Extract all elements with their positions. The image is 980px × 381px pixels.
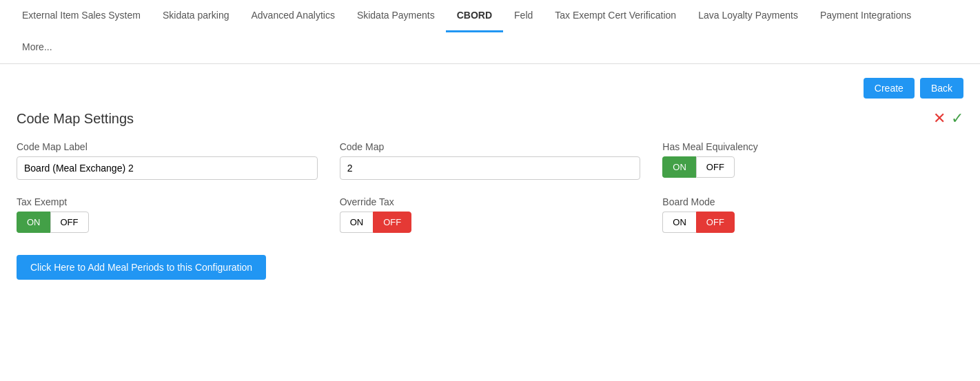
board-mode-toggle: ON OFF [662,212,963,233]
code-map-label-input[interactable] [17,156,318,180]
tax-exempt-group: Tax Exempt ON OFF [17,196,318,233]
tab-more[interactable]: More... [11,32,63,64]
tax-exempt-label: Tax Exempt [17,196,318,207]
tab-skidata-payments[interactable]: Skidata Payments [346,0,446,32]
section-header: Code Map Settings ✕ ✓ [17,110,963,127]
override-tax-label: Override Tax [340,196,641,207]
override-tax-toggle: ON OFF [340,212,641,233]
board-mode-on[interactable]: ON [662,212,696,233]
code-map-label-group: Code Map Label [17,141,318,180]
tab-advanced-analytics[interactable]: Advanced Analytics [240,0,345,32]
form-grid-row1: Code Map Label Code Map Has Meal Equival… [17,141,963,180]
form-grid-row2: Tax Exempt ON OFF Override Tax ON OFF Bo… [17,196,963,233]
main-content: Create Back Code Map Settings ✕ ✓ Code M… [0,64,980,294]
tab-payment-integrations[interactable]: Payment Integrations [809,0,922,32]
action-icons: ✕ ✓ [933,110,963,127]
has-meal-equivalency-toggle: ON OFF [662,156,963,178]
override-tax-group: Override Tax ON OFF [340,196,641,233]
code-map-group: Code Map [340,141,641,180]
tax-exempt-toggle: ON OFF [17,212,318,233]
code-map-input[interactable] [340,156,641,180]
board-mode-label: Board Mode [662,196,963,207]
tab-skidata-parking[interactable]: Skidata parking [152,0,241,32]
cancel-icon[interactable]: ✕ [933,110,946,127]
tax-exempt-on[interactable]: ON [17,212,50,233]
code-map-label-label: Code Map Label [17,141,318,152]
confirm-icon[interactable]: ✓ [951,110,963,127]
create-button[interactable]: Create [864,78,915,99]
tab-tax-exempt-cert[interactable]: Tax Exempt Cert Verification [544,0,687,32]
code-map-label: Code Map [340,141,641,152]
has-meal-equivalency-off[interactable]: OFF [696,156,735,178]
section-title: Code Map Settings [17,111,134,127]
tab-cbord[interactable]: CBORD [446,0,503,32]
has-meal-equivalency-label: Has Meal Equivalency [662,141,963,152]
board-mode-group: Board Mode ON OFF [662,196,963,233]
board-mode-off[interactable]: OFF [696,212,735,233]
override-tax-on[interactable]: ON [340,212,374,233]
nav-tabs: External Item Sales System Skidata parki… [0,0,980,64]
toolbar: Create Back [17,78,963,99]
override-tax-off[interactable]: OFF [373,212,411,233]
tab-feld[interactable]: Feld [503,0,544,32]
add-meal-periods-button[interactable]: Click Here to Add Meal Periods to this C… [17,255,266,280]
has-meal-equivalency-group: Has Meal Equivalency ON OFF [662,141,963,180]
back-button[interactable]: Back [920,78,963,99]
has-meal-equivalency-on[interactable]: ON [662,156,696,178]
tax-exempt-off[interactable]: OFF [50,212,89,233]
tab-external-item-sales[interactable]: External Item Sales System [11,0,152,32]
tab-lava-loyalty[interactable]: Lava Loyalty Payments [687,0,809,32]
